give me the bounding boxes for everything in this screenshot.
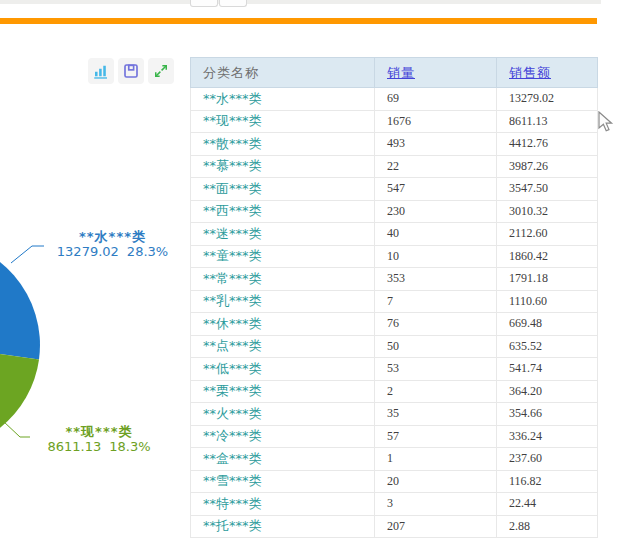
category-name-cell[interactable]: **现***类 bbox=[191, 110, 375, 133]
sales-amount-cell: 336.24 bbox=[497, 425, 598, 448]
pie-leader-line-2 bbox=[3, 421, 30, 437]
sales-qty-cell: 1676 bbox=[375, 110, 497, 133]
sales-amount-cell: 364.20 bbox=[497, 380, 598, 403]
sales-amount-cell: 3987.26 bbox=[497, 155, 598, 178]
category-name-cell[interactable]: **盒***类 bbox=[191, 448, 375, 471]
sales-qty-cell: 207 bbox=[375, 515, 497, 538]
category-name-cell[interactable]: **童***类 bbox=[191, 245, 375, 268]
table-row: **水***类6913279.02 bbox=[191, 88, 598, 111]
sales-qty-cell: 3 bbox=[375, 493, 497, 516]
sales-qty-cell: 10 bbox=[375, 245, 497, 268]
sales-qty-cell: 22 bbox=[375, 155, 497, 178]
pie-slice-1[interactable] bbox=[0, 239, 40, 359]
sales-amount-cell: 8611.13 bbox=[497, 110, 598, 133]
sales-qty-cell: 2 bbox=[375, 380, 497, 403]
table-row: **西***类2303010.32 bbox=[191, 200, 598, 223]
pie-label-1-category: **水***类 bbox=[40, 229, 185, 244]
pie-label-1: **水***类 13279.0228.3% bbox=[40, 229, 185, 259]
sales-amount-cell: 22.44 bbox=[497, 493, 598, 516]
category-name-cell[interactable]: **火***类 bbox=[191, 403, 375, 426]
table-row: **盒***类1237.60 bbox=[191, 448, 598, 471]
sales-amount-cell: 3010.32 bbox=[497, 200, 598, 223]
sales-qty-cell: 493 bbox=[375, 133, 497, 156]
category-name-cell[interactable]: **托***类 bbox=[191, 515, 375, 538]
pie-chart bbox=[0, 0, 190, 558]
sales-amount-cell: 2112.60 bbox=[497, 223, 598, 246]
sales-qty-cell: 57 bbox=[375, 425, 497, 448]
category-name-cell[interactable]: **栗***类 bbox=[191, 380, 375, 403]
mouse-cursor-icon bbox=[598, 111, 614, 133]
table-row: **面***类5473547.50 bbox=[191, 178, 598, 201]
category-name-cell[interactable]: **点***类 bbox=[191, 335, 375, 358]
table-row: **常***类3531791.18 bbox=[191, 268, 598, 291]
sales-amount-cell: 13279.02 bbox=[497, 88, 598, 111]
sales-qty-cell: 1 bbox=[375, 448, 497, 471]
header-category-name: 分类名称 bbox=[191, 58, 375, 88]
partial-tab-button-1[interactable] bbox=[190, 0, 218, 7]
sales-qty-cell: 53 bbox=[375, 358, 497, 381]
sales-qty-cell: 76 bbox=[375, 313, 497, 336]
category-name-cell[interactable]: **散***类 bbox=[191, 133, 375, 156]
table-row: **迷***类402112.60 bbox=[191, 223, 598, 246]
sales-qty-cell: 230 bbox=[375, 200, 497, 223]
pie-label-1-amount: 13279.02 bbox=[53, 244, 123, 259]
dashboard-page: **水***类 13279.0228.3% **现***类 8611.1318.… bbox=[0, 0, 640, 558]
category-name-cell[interactable]: **迷***类 bbox=[191, 223, 375, 246]
partial-tab-button-2[interactable] bbox=[219, 0, 247, 7]
table-row: **冷***类57336.24 bbox=[191, 425, 598, 448]
table-row: **慕***类223987.26 bbox=[191, 155, 598, 178]
sort-sales-qty-link[interactable]: 销量 bbox=[387, 65, 415, 80]
sales-qty-cell: 40 bbox=[375, 223, 497, 246]
sales-amount-cell: 1791.18 bbox=[497, 268, 598, 291]
category-name-cell[interactable]: **慕***类 bbox=[191, 155, 375, 178]
pie-label-2-amount: 8611.13 bbox=[43, 439, 105, 454]
sales-qty-cell: 50 bbox=[375, 335, 497, 358]
table-row: **乳***类71110.60 bbox=[191, 290, 598, 313]
category-name-cell[interactable]: **特***类 bbox=[191, 493, 375, 516]
sales-qty-cell: 20 bbox=[375, 470, 497, 493]
pie-label-2-value: 8611.1318.3% bbox=[28, 439, 170, 454]
category-name-cell[interactable]: **面***类 bbox=[191, 178, 375, 201]
sales-qty-cell: 547 bbox=[375, 178, 497, 201]
pie-label-2-percent: 18.3% bbox=[105, 439, 154, 454]
table-row: **托***类2072.88 bbox=[191, 515, 598, 538]
category-name-cell[interactable]: **休***类 bbox=[191, 313, 375, 336]
sales-qty-cell: 69 bbox=[375, 88, 497, 111]
sales-amount-cell: 3547.50 bbox=[497, 178, 598, 201]
pie-label-2: **现***类 8611.1318.3% bbox=[28, 424, 170, 454]
pie-label-1-percent: 28.3% bbox=[123, 244, 172, 259]
sales-amount-cell: 116.82 bbox=[497, 470, 598, 493]
table-row: **雪***类20116.82 bbox=[191, 470, 598, 493]
table-row: **特***类322.44 bbox=[191, 493, 598, 516]
sales-qty-cell: 35 bbox=[375, 403, 497, 426]
sales-amount-cell: 237.60 bbox=[497, 448, 598, 471]
category-name-cell[interactable]: **冷***类 bbox=[191, 425, 375, 448]
table-row: **休***类76669.48 bbox=[191, 313, 598, 336]
category-sales-table: 分类名称 销量 销售额 **水***类6913279.02**现***类1676… bbox=[190, 57, 598, 538]
table-row: **童***类101860.42 bbox=[191, 245, 598, 268]
sales-amount-cell: 541.74 bbox=[497, 358, 598, 381]
sales-amount-cell: 1110.60 bbox=[497, 290, 598, 313]
table-row: **火***类35354.66 bbox=[191, 403, 598, 426]
table-row: **栗***类2364.20 bbox=[191, 380, 598, 403]
category-name-cell[interactable]: **水***类 bbox=[191, 88, 375, 111]
table-row: **现***类16768611.13 bbox=[191, 110, 598, 133]
header-sales-qty: 销量 bbox=[375, 58, 497, 88]
sales-amount-cell: 669.48 bbox=[497, 313, 598, 336]
category-name-cell[interactable]: **常***类 bbox=[191, 268, 375, 291]
table-row: **低***类53541.74 bbox=[191, 358, 598, 381]
category-name-cell[interactable]: **雪***类 bbox=[191, 470, 375, 493]
pie-label-1-value: 13279.0228.3% bbox=[40, 244, 185, 259]
sort-sales-amount-link[interactable]: 销售额 bbox=[509, 65, 551, 80]
sales-qty-cell: 7 bbox=[375, 290, 497, 313]
header-sales-amount: 销售额 bbox=[497, 58, 598, 88]
category-name-cell[interactable]: **西***类 bbox=[191, 200, 375, 223]
sales-amount-cell: 1860.42 bbox=[497, 245, 598, 268]
table-row: **点***类50635.52 bbox=[191, 335, 598, 358]
category-table-container: 分类名称 销量 销售额 **水***类6913279.02**现***类1676… bbox=[190, 57, 598, 558]
table-header-row: 分类名称 销量 销售额 bbox=[191, 58, 598, 88]
sales-amount-cell: 635.52 bbox=[497, 335, 598, 358]
category-name-cell[interactable]: **低***类 bbox=[191, 358, 375, 381]
sales-amount-cell: 4412.76 bbox=[497, 133, 598, 156]
category-name-cell[interactable]: **乳***类 bbox=[191, 290, 375, 313]
